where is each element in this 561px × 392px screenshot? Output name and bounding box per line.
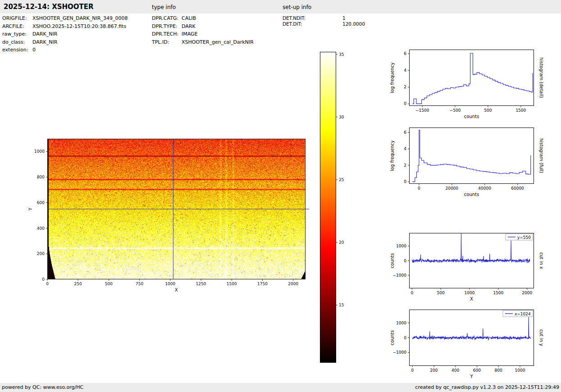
svg-text:log frequency: log frequency — [390, 62, 395, 93]
meta-row: DET.DIT:120.0000 — [283, 21, 365, 27]
meta-row: DPR.TYPE:DARK — [152, 23, 254, 32]
meta-value: IMAGE — [182, 31, 198, 37]
svg-text:600: 600 — [473, 368, 481, 373]
meta-label: DPR.TYPE: — [152, 23, 182, 29]
meta-row: raw_type:DARK_NIR — [2, 31, 128, 39]
meta-label: DPR.TECH: — [152, 31, 182, 37]
svg-text:600: 600 — [37, 201, 45, 205]
svg-text:250: 250 — [74, 282, 82, 286]
meta-value: 120.0000 — [342, 21, 365, 27]
svg-text:0: 0 — [42, 277, 45, 282]
meta-row: DET.NDIT:1 — [283, 15, 365, 21]
svg-text:1000: 1000 — [515, 368, 525, 373]
meta-label: extension: — [2, 47, 32, 53]
qc-report-page: 2025-12-14: XSHOOTER type info set-up in… — [0, 0, 561, 392]
meta-label: DET.NDIT: — [283, 15, 342, 21]
meta-row: extension:0 — [2, 47, 128, 55]
cut-in-x-plot: 0500100015002000−100001000Xcountscut in … — [409, 233, 534, 288]
svg-text:counts: counts — [464, 114, 479, 119]
meta-label: do_class: — [2, 39, 32, 45]
type-info-heading: type info — [152, 4, 176, 10]
svg-text:750: 750 — [136, 282, 143, 286]
svg-text:0: 0 — [404, 179, 406, 184]
svg-text:y=550: y=550 — [517, 235, 531, 240]
svg-text:0: 0 — [46, 282, 49, 286]
svg-text:−500: −500 — [450, 108, 461, 113]
meta-value: XSHOO.2025-12-15T10:20:38.867.fits — [32, 23, 126, 29]
footer-credit-qc: powered by QC: www.eso.org/HC — [2, 384, 83, 390]
svg-text:log frequency: log frequency — [390, 140, 395, 171]
svg-text:6: 6 — [404, 51, 406, 56]
svg-text:x=1024: x=1024 — [515, 312, 531, 316]
histogram-detail-plot: −1500−50050015000246countslog frequencyh… — [409, 50, 534, 106]
svg-text:2000: 2000 — [288, 282, 298, 286]
svg-text:2000: 2000 — [522, 291, 532, 295]
meta-label: raw_type: — [2, 31, 32, 37]
svg-text:1000: 1000 — [396, 321, 406, 325]
svg-text:counts: counts — [390, 253, 395, 268]
svg-text:1000: 1000 — [34, 149, 45, 154]
svg-text:500: 500 — [105, 282, 113, 286]
meta-value: DARK — [182, 23, 196, 29]
svg-text:500: 500 — [484, 108, 492, 113]
svg-text:35: 35 — [339, 52, 344, 57]
colorbar: 1520253035 — [320, 52, 336, 363]
svg-text:40000: 40000 — [478, 186, 491, 191]
svg-text:−1500: −1500 — [415, 108, 429, 113]
meta-label: ARCFILE: — [2, 23, 32, 29]
svg-text:X: X — [470, 296, 473, 301]
footer-created-by: created by qc_rawdisp.py v1.2.3 on 2025-… — [415, 384, 559, 390]
svg-text:800: 800 — [37, 175, 45, 179]
svg-text:30: 30 — [339, 115, 344, 119]
meta-value: 1 — [342, 15, 346, 21]
meta-value: CALIB — [182, 15, 196, 21]
meta-label: TPL.ID: — [152, 39, 182, 45]
page-title: 2025-12-14: XSHOOTER — [4, 3, 94, 11]
svg-text:1750: 1750 — [257, 282, 268, 286]
svg-text:15: 15 — [339, 303, 344, 307]
svg-text:4: 4 — [404, 68, 406, 73]
svg-text:Y: Y — [28, 207, 33, 211]
meta-label: ORIGFILE: — [2, 15, 32, 21]
svg-text:4: 4 — [404, 146, 406, 151]
svg-text:6: 6 — [404, 130, 406, 135]
svg-text:800: 800 — [495, 368, 502, 373]
file-info-block: ORIGFILE:XSHOOTER_GEN_DARK_NIR_349_0008 … — [2, 15, 128, 55]
svg-text:counts: counts — [390, 330, 395, 345]
svg-text:Y: Y — [470, 374, 473, 379]
svg-text:500: 500 — [437, 291, 445, 295]
svg-text:cut in x: cut in x — [539, 252, 544, 269]
raw-image-plot: 0250500750100012501500175020000200400600… — [47, 139, 306, 279]
svg-text:0: 0 — [411, 368, 414, 373]
type-info-block: DPR.CATG:CALIB DPR.TYPE:DARK DPR.TECH:IM… — [152, 15, 254, 47]
meta-row: ORIGFILE:XSHOOTER_GEN_DARK_NIR_349_0008 — [2, 15, 128, 23]
svg-text:200: 200 — [37, 251, 45, 256]
svg-text:20000: 20000 — [445, 186, 458, 191]
meta-row: TPL.ID:XSHOOTER_gen_cal_DarkNIR — [152, 39, 254, 47]
meta-row: ARCFILE:XSHOO.2025-12-15T10:20:38.867.fi… — [2, 23, 128, 32]
svg-text:0: 0 — [404, 336, 406, 340]
svg-text:−1000: −1000 — [393, 273, 407, 278]
svg-text:20: 20 — [339, 240, 344, 245]
svg-text:X: X — [175, 287, 178, 292]
svg-text:2: 2 — [404, 85, 406, 89]
setup-info-block: DET.NDIT:1 DET.DIT:120.0000 — [283, 15, 365, 27]
meta-value: 0 — [32, 47, 36, 53]
svg-text:0: 0 — [418, 186, 420, 191]
svg-text:1000: 1000 — [465, 291, 475, 295]
header-bar: 2025-12-14: XSHOOTER type info set-up in… — [0, 0, 561, 14]
svg-text:1000: 1000 — [396, 244, 406, 248]
svg-text:60000: 60000 — [511, 186, 524, 191]
meta-value: DARK_NIR — [32, 31, 57, 37]
svg-text:25: 25 — [339, 178, 344, 182]
meta-value: XSHOOTER_GEN_DARK_NIR_349_0008 — [32, 15, 128, 21]
svg-text:counts: counts — [464, 192, 479, 197]
svg-text:1000: 1000 — [165, 282, 175, 286]
svg-text:histogram (detail): histogram (detail) — [539, 58, 544, 98]
footer-bar: powered by QC: www.eso.org/HC created by… — [0, 383, 561, 392]
svg-text:0: 0 — [404, 101, 406, 106]
svg-text:0: 0 — [404, 259, 406, 263]
svg-text:histogram (full): histogram (full) — [539, 138, 544, 173]
meta-value: XSHOOTER_gen_cal_DarkNIR — [182, 39, 254, 45]
meta-label: DET.DIT: — [283, 21, 342, 27]
